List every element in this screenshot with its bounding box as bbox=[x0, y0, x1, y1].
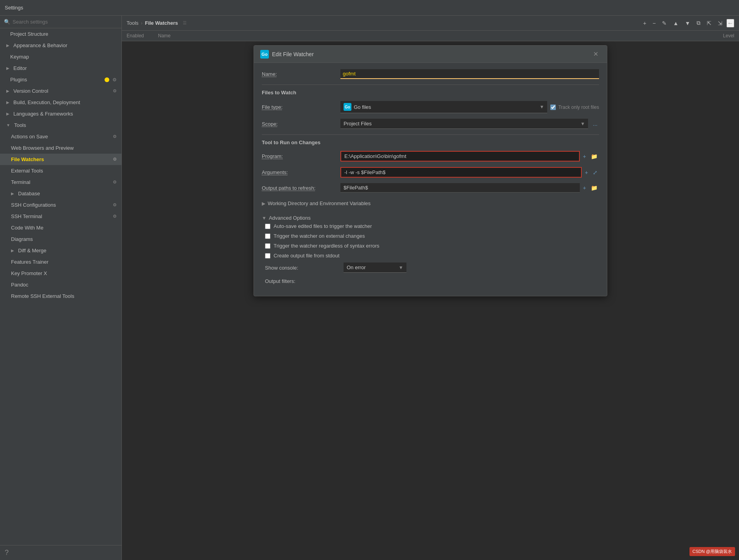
sidebar-item-label: Editor bbox=[13, 65, 27, 71]
trigger-external-label: Trigger the watcher on external changes bbox=[274, 233, 365, 239]
advanced-options-content: Auto-save edited files to trigger the wa… bbox=[262, 223, 599, 284]
sidebar-item-label: Web Browsers and Preview bbox=[11, 145, 74, 151]
sidebar-item-label: SSH Configurations bbox=[11, 202, 56, 208]
sidebar-search-area[interactable]: 🔍 bbox=[0, 16, 121, 28]
output-filters-row: Output filters: bbox=[265, 278, 599, 284]
sidebar-item-database[interactable]: ▶ Database bbox=[0, 188, 121, 199]
sidebar-item-web-browsers[interactable]: Web Browsers and Preview bbox=[0, 142, 121, 154]
track-only-checkbox[interactable] bbox=[550, 105, 556, 110]
auto-save-row: Auto-save edited files to trigger the wa… bbox=[265, 223, 599, 229]
back-button[interactable]: ← bbox=[726, 19, 734, 28]
edit-button[interactable]: ✎ bbox=[660, 18, 669, 28]
sidebar-item-ssh-terminal[interactable]: SSH Terminal ⚙ bbox=[0, 211, 121, 222]
sidebar-item-project-structure[interactable]: Project Structure bbox=[0, 28, 121, 40]
scope-select-wrapper: Project Files ▼ ... bbox=[340, 119, 599, 129]
files-to-watch-title: Files to Watch bbox=[262, 90, 599, 95]
sidebar-item-languages-frameworks[interactable]: ▶ Languages & Frameworks bbox=[0, 108, 121, 119]
output-paths-value: $FilePath$ bbox=[340, 183, 580, 193]
copy-button[interactable]: ⧉ bbox=[694, 18, 703, 28]
sidebar-item-file-watchers[interactable]: File Watchers ⚙ bbox=[0, 154, 121, 165]
arguments-expand-button[interactable]: ⤢ bbox=[591, 169, 599, 176]
sidebar: 🔍 Project Structure ▶ Appearance & Behav… bbox=[0, 16, 122, 560]
program-row: Program: + 📁 bbox=[262, 151, 599, 162]
sidebar-item-remote-ssh-tools[interactable]: Remote SSH External Tools bbox=[0, 290, 121, 302]
actions-save-icon: ⚙ bbox=[113, 134, 117, 139]
sidebar-item-ssh-configurations[interactable]: SSH Configurations ⚙ bbox=[0, 199, 121, 211]
name-input[interactable] bbox=[340, 69, 599, 79]
sidebar-item-terminal[interactable]: Terminal ⚙ bbox=[0, 176, 121, 188]
sidebar-item-label: Plugins bbox=[10, 77, 27, 83]
search-input[interactable] bbox=[13, 19, 118, 25]
advanced-options-header[interactable]: ▼ Advanced Options bbox=[262, 213, 599, 223]
chevron-down-icon: ▼ bbox=[6, 123, 10, 127]
file-watchers-icon: ⚙ bbox=[113, 157, 117, 162]
plugins-settings-icon: ⚙ bbox=[112, 77, 117, 83]
sidebar-item-plugins[interactable]: Plugins ⚙ bbox=[0, 74, 121, 85]
output-paths-add-button[interactable]: + bbox=[581, 184, 588, 192]
sidebar-item-actions-on-save[interactable]: Actions on Save ⚙ bbox=[0, 131, 121, 142]
create-output-row: Create output file from stdout bbox=[265, 253, 599, 259]
arguments-input[interactable] bbox=[340, 167, 582, 178]
version-control-icon: ⚙ bbox=[113, 88, 117, 94]
breadcrumb-tools: Tools bbox=[127, 20, 138, 26]
sidebar-item-features-trainer[interactable]: Features Trainer bbox=[0, 256, 121, 268]
sidebar-item-code-with-me[interactable]: Code With Me bbox=[0, 222, 121, 233]
console-chevron-icon: ▼ bbox=[399, 265, 403, 270]
sidebar-item-label: Project Structure bbox=[10, 31, 48, 37]
scope-more-button[interactable]: ... bbox=[591, 120, 599, 128]
scope-select[interactable]: Project Files ▼ bbox=[340, 119, 588, 129]
output-paths-row: Output paths to refresh: $FilePath$ + 📁 bbox=[262, 183, 599, 193]
col-name-header: Name bbox=[158, 33, 703, 39]
auto-save-checkbox[interactable] bbox=[265, 224, 270, 229]
sidebar-item-label: Database bbox=[18, 191, 40, 196]
dialog-go-icon: Go bbox=[260, 50, 269, 59]
program-input[interactable] bbox=[340, 151, 580, 162]
sidebar-item-tools[interactable]: ▼ Tools bbox=[0, 119, 121, 131]
sidebar-item-build-execution[interactable]: ▶ Build, Execution, Deployment bbox=[0, 97, 121, 108]
program-folder-button[interactable]: 📁 bbox=[589, 152, 599, 160]
page-icon: ☰ bbox=[183, 20, 187, 26]
collapse-button[interactable]: ⇱ bbox=[704, 18, 714, 28]
show-console-row: Show console: On error ▼ bbox=[265, 263, 599, 273]
sidebar-item-appearance-behavior[interactable]: ▶ Appearance & Behavior bbox=[0, 40, 121, 51]
add-button[interactable]: + bbox=[641, 18, 649, 28]
help-icon[interactable]: ? bbox=[5, 549, 9, 556]
sidebar-item-external-tools[interactable]: External Tools bbox=[0, 165, 121, 176]
scope-chevron-icon: ▼ bbox=[580, 121, 585, 127]
program-add-button[interactable]: + bbox=[581, 152, 588, 160]
advanced-options-arrow-icon: ▼ bbox=[262, 215, 267, 221]
file-type-select[interactable]: Go Go files ▼ bbox=[340, 101, 547, 113]
arguments-input-row: + ⤢ bbox=[340, 167, 599, 178]
output-paths-folder-button[interactable]: 📁 bbox=[589, 184, 599, 192]
trigger-external-checkbox[interactable] bbox=[265, 233, 270, 239]
search-icon: 🔍 bbox=[4, 19, 10, 25]
working-directory-label: Working Directory and Environment Variab… bbox=[268, 200, 371, 206]
sidebar-item-version-control[interactable]: ▶ Version Control ⚙ bbox=[0, 85, 121, 97]
remove-button[interactable]: − bbox=[650, 18, 658, 28]
arguments-add-button[interactable]: + bbox=[583, 169, 590, 176]
create-output-checkbox[interactable] bbox=[265, 253, 270, 259]
working-directory-header[interactable]: ▶ Working Directory and Environment Vari… bbox=[262, 198, 599, 209]
sidebar-item-label: Actions on Save bbox=[11, 134, 48, 140]
move-up-button[interactable]: ▲ bbox=[671, 18, 681, 28]
trigger-syntax-checkbox[interactable] bbox=[265, 243, 270, 249]
expand-button[interactable]: ⇲ bbox=[715, 18, 725, 28]
title-bar: Settings bbox=[0, 0, 739, 16]
sidebar-item-diff-merge[interactable]: ▶ Diff & Merge bbox=[0, 245, 121, 256]
sidebar-item-diagrams[interactable]: Diagrams bbox=[0, 233, 121, 245]
sidebar-item-editor[interactable]: ▶ Editor bbox=[0, 62, 121, 74]
show-console-select[interactable]: On error ▼ bbox=[344, 263, 406, 273]
sidebar-item-keymap[interactable]: Keymap bbox=[0, 51, 121, 62]
chevron-right-icon: ▶ bbox=[6, 89, 9, 93]
sidebar-item-key-promoter-x[interactable]: Key Promoter X bbox=[0, 268, 121, 279]
advanced-options-section: ▼ Advanced Options Auto-save edited file… bbox=[262, 213, 599, 284]
sidebar-item-label: SSH Terminal bbox=[11, 213, 42, 219]
working-directory-section: ▶ Working Directory and Environment Vari… bbox=[262, 198, 599, 209]
breadcrumb-page: File Watchers bbox=[145, 20, 178, 26]
chevron-right-icon: ▶ bbox=[11, 191, 14, 196]
move-down-button[interactable]: ▼ bbox=[682, 18, 693, 28]
sidebar-item-pandoc[interactable]: Pandoc bbox=[0, 279, 121, 290]
sidebar-item-label: Languages & Frameworks bbox=[13, 111, 73, 117]
working-dir-arrow-icon: ▶ bbox=[262, 201, 265, 206]
dialog-close-button[interactable]: ✕ bbox=[591, 50, 601, 59]
